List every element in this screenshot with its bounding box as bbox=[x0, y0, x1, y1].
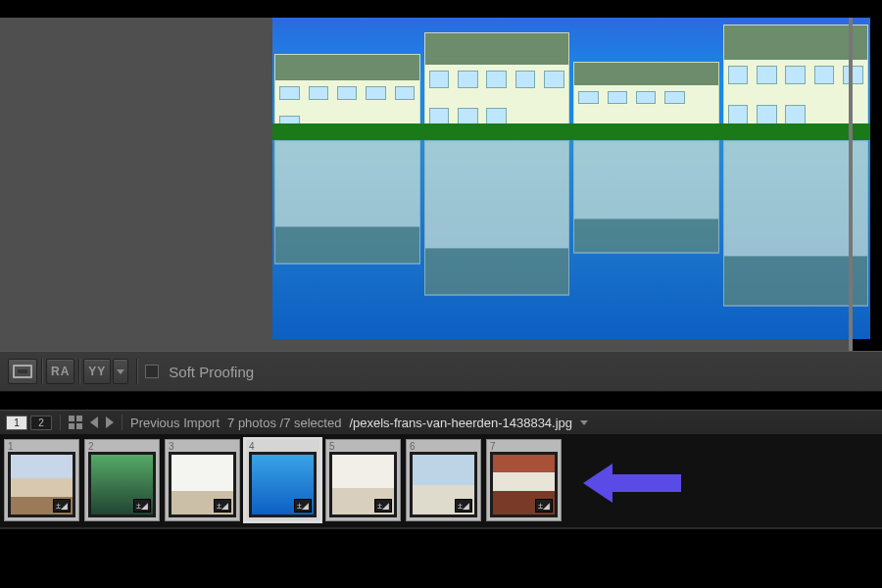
toolbar-divider bbox=[136, 359, 137, 384]
photo-houses bbox=[272, 18, 870, 140]
thumbnail-cell[interactable]: 3 ±◢ bbox=[165, 439, 240, 521]
monitor-1-button[interactable]: 1 bbox=[6, 416, 27, 430]
develop-badge-icon[interactable]: ±◢ bbox=[455, 499, 472, 513]
source-label[interactable]: Previous Import bbox=[130, 416, 220, 430]
view-dropdown-button[interactable] bbox=[113, 359, 128, 384]
app-root: RA YY Soft Proofing 1 2 Previous Import … bbox=[0, 0, 882, 588]
thumb-index: 3 bbox=[169, 441, 174, 452]
thumbnail-cell[interactable]: 5 ±◢ bbox=[325, 439, 401, 521]
compare-view-button[interactable]: RA bbox=[46, 359, 74, 384]
thumbnail-cell[interactable]: 1 ±◢ bbox=[4, 439, 79, 521]
thumb-index: 1 bbox=[8, 441, 14, 452]
arrow-right-icon bbox=[106, 416, 114, 428]
arrow-left-icon bbox=[583, 464, 612, 503]
main-photo-frame bbox=[272, 18, 870, 339]
thumbnail-image[interactable]: ±◢ bbox=[410, 452, 477, 517]
thumb-index: 2 bbox=[88, 441, 94, 452]
thumb-index: 6 bbox=[410, 441, 416, 452]
current-filename[interactable]: /pexels-frans-van-heerden-1438834.jpg bbox=[349, 416, 572, 430]
monitor-selector: 1 2 bbox=[6, 416, 52, 430]
window-top-border bbox=[0, 0, 882, 18]
grid-view-button[interactable] bbox=[69, 416, 82, 429]
main-photo[interactable] bbox=[272, 18, 870, 339]
thumbnail-cell-selected[interactable]: 4 ±◢ bbox=[245, 439, 320, 521]
nav-next-button[interactable] bbox=[106, 416, 114, 428]
photo-reflection bbox=[272, 140, 870, 317]
panel-gap bbox=[0, 392, 882, 410]
arrow-shaft bbox=[612, 474, 681, 492]
soft-proofing-checkbox[interactable] bbox=[145, 365, 159, 378]
loupe-view-button[interactable] bbox=[8, 359, 37, 384]
monitor-1-label: 1 bbox=[14, 417, 20, 428]
thumbnail-image[interactable]: ±◢ bbox=[8, 452, 75, 517]
survey-view-button[interactable]: YY bbox=[83, 359, 111, 384]
view-mode-group: RA YY bbox=[8, 359, 128, 384]
thumbnail-image[interactable]: ±◢ bbox=[490, 452, 558, 517]
thumbnail-cell[interactable]: 6 ±◢ bbox=[406, 439, 481, 521]
header-divider bbox=[122, 415, 122, 430]
count-label: 7 photos /7 selected bbox=[227, 416, 341, 430]
bottom-border bbox=[0, 529, 882, 588]
develop-badge-icon[interactable]: ±◢ bbox=[535, 499, 553, 513]
develop-badge-icon[interactable]: ±◢ bbox=[374, 499, 392, 513]
thumb-index: 4 bbox=[249, 441, 255, 452]
nav-prev-button[interactable] bbox=[90, 416, 98, 428]
thumbnail-cell[interactable]: 7 ±◢ bbox=[486, 439, 562, 521]
grid-icon bbox=[69, 416, 82, 429]
preview-area[interactable] bbox=[0, 18, 882, 351]
thumb-index: 5 bbox=[329, 441, 335, 452]
soft-proofing-label[interactable]: Soft Proofing bbox=[169, 364, 254, 380]
header-divider bbox=[60, 415, 61, 430]
develop-badge-icon[interactable]: ±◢ bbox=[53, 499, 71, 513]
thumbnail-cell[interactable]: 2 ±◢ bbox=[84, 439, 160, 521]
thumbnail-image[interactable]: ±◢ bbox=[169, 452, 236, 517]
loupe-icon bbox=[13, 365, 32, 378]
annotation-arrow bbox=[612, 474, 681, 492]
toolbar-divider bbox=[41, 359, 42, 384]
compare-label: RA bbox=[51, 365, 70, 378]
monitor-2-button[interactable]: 2 bbox=[30, 416, 52, 430]
filmstrip-header: 1 2 Previous Import 7 photos /7 selected… bbox=[0, 410, 882, 435]
filmstrip[interactable]: 1 ±◢ 2 ±◢ 3 ±◢ 4 ±◢ 5 ±◢ 6 ±◢ 7 ±◢ bbox=[0, 435, 882, 529]
survey-label: YY bbox=[88, 365, 106, 378]
toolbar-divider bbox=[78, 359, 79, 384]
develop-badge-icon[interactable]: ±◢ bbox=[294, 499, 312, 513]
thumbnail-image[interactable]: ±◢ bbox=[329, 452, 397, 517]
filename-dropdown-icon[interactable] bbox=[580, 420, 588, 425]
thumbnail-image[interactable]: ±◢ bbox=[249, 452, 317, 517]
develop-badge-icon[interactable]: ±◢ bbox=[214, 499, 231, 513]
chevron-down-icon bbox=[117, 369, 124, 374]
view-toolbar: RA YY Soft Proofing bbox=[0, 351, 882, 392]
develop-badge-icon[interactable]: ±◢ bbox=[133, 499, 151, 513]
arrow-left-icon bbox=[90, 416, 98, 428]
monitor-2-label: 2 bbox=[38, 417, 44, 428]
thumb-index: 7 bbox=[490, 441, 496, 452]
thumbnail-image[interactable]: ±◢ bbox=[88, 452, 156, 517]
